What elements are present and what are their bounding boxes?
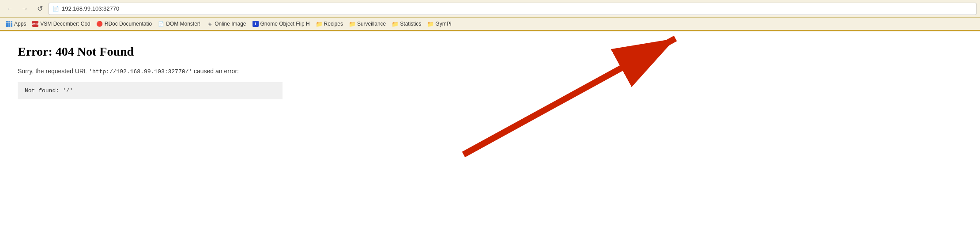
- bookmark-dom[interactable]: 📄 DOM Monster!: [155, 20, 203, 28]
- browser-chrome: ← → ↺ 📄 Apps VSM VSM December: Cod 🔴: [0, 0, 980, 31]
- bookmark-online-image[interactable]: ◈ Online Image: [204, 20, 249, 28]
- bookmark-gnome[interactable]: i Gnome Object Flip H: [250, 20, 313, 28]
- address-bar[interactable]: [62, 5, 972, 12]
- page-content: Error: 404 Not Found Sorry, the requeste…: [0, 31, 980, 113]
- bookmark-statistics[interactable]: 📁 Statistics: [389, 20, 424, 28]
- reload-button[interactable]: ↺: [34, 3, 46, 15]
- bookmark-gnome-label: Gnome Object Flip H: [260, 21, 310, 27]
- bookmark-recipes-label: Recipes: [324, 21, 343, 27]
- forward-button[interactable]: →: [19, 3, 31, 15]
- bookmark-recipes[interactable]: 📁 Recipes: [313, 20, 346, 28]
- gnome-icon: i: [253, 21, 259, 27]
- online-image-icon: ◈: [207, 21, 213, 27]
- bookmark-rdoc-label: RDoc Documentatio: [105, 21, 152, 27]
- error-description: Sorry, the requested URL 'http://192.168…: [18, 68, 962, 75]
- apps-grid-icon: [6, 21, 12, 27]
- rdoc-icon: 🔴: [97, 21, 103, 27]
- error-description-suffix: caused an error:: [192, 68, 239, 75]
- surveillance-folder-icon: 📁: [349, 21, 355, 27]
- bookmark-dom-label: DOM Monster!: [166, 21, 200, 27]
- bookmark-apps[interactable]: Apps: [4, 20, 29, 28]
- vsm-icon: VSM: [32, 21, 38, 27]
- recipes-folder-icon: 📁: [316, 21, 322, 27]
- bookmark-vsm[interactable]: VSM VSM December: Cod: [30, 20, 93, 28]
- bookmark-apps-label: Apps: [14, 21, 26, 27]
- bookmark-rdoc[interactable]: 🔴 RDoc Documentatio: [94, 20, 155, 28]
- statistics-folder-icon: 📁: [392, 21, 398, 27]
- nav-bar: ← → ↺ 📄: [0, 0, 980, 18]
- bookmark-vsm-label: VSM December: Cod: [40, 21, 90, 27]
- bookmark-surveillance[interactable]: 📁 Surveillance: [347, 20, 388, 28]
- error-description-prefix: Sorry, the requested URL: [18, 68, 89, 75]
- address-bar-container[interactable]: 📄: [49, 3, 976, 15]
- error-url: 'http://192.168.99.103:32770/': [89, 68, 192, 75]
- gympi-folder-icon: 📁: [427, 21, 433, 27]
- bookmark-online-image-label: Online Image: [215, 21, 246, 27]
- back-button[interactable]: ←: [4, 3, 16, 15]
- bookmark-gympi-label: GymPi: [435, 21, 451, 27]
- error-heading: Error: 404 Not Found: [18, 45, 962, 59]
- dom-page-icon: 📄: [158, 21, 164, 27]
- page-icon: 📄: [53, 6, 59, 12]
- bookmark-gympi[interactable]: 📁 GymPi: [425, 20, 454, 28]
- bookmark-statistics-label: Statistics: [400, 21, 421, 27]
- error-box: Not found: '/': [18, 82, 283, 99]
- bookmark-surveillance-label: Surveillance: [357, 21, 386, 27]
- bookmarks-bar: Apps VSM VSM December: Cod 🔴 RDoc Docume…: [0, 18, 980, 31]
